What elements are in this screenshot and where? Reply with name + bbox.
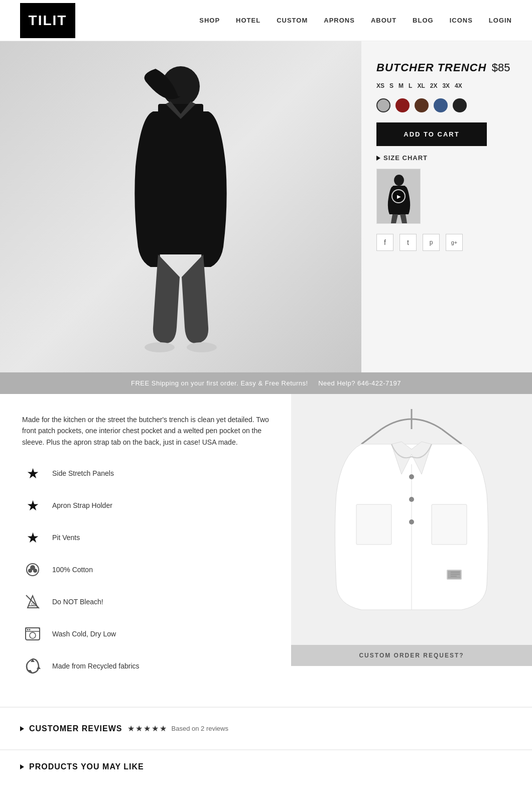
- feature-text: 100% Cotton: [52, 566, 93, 574]
- wash-icon: [22, 623, 43, 644]
- size-btn-xs[interactable]: XS: [376, 81, 384, 90]
- size-btn-3x[interactable]: 3X: [442, 81, 450, 90]
- feature-text: Do NOT Bleach!: [52, 598, 103, 606]
- star-icon: ★: [22, 495, 43, 516]
- feature-item: cl Do NOT Bleach!: [22, 591, 269, 612]
- nav-item-blog[interactable]: BLOG: [413, 17, 434, 24]
- details-wrapper: Made for the kitchen or the street the b…: [0, 394, 532, 707]
- star-icon: ★: [22, 463, 43, 484]
- size-btn-xl[interactable]: XL: [417, 81, 425, 90]
- reviews-toggle[interactable]: CUSTOMER REVIEWS ★ ★ ★ ★ ★ Based on 2 re…: [20, 720, 512, 737]
- feature-list: ★Side Stretch Panels★Apron Strap Holder★…: [22, 463, 269, 677]
- svg-rect-23: [356, 504, 391, 545]
- feature-text: Apron Strap Holder: [52, 501, 112, 509]
- recycle-icon: [22, 655, 43, 677]
- svg-point-17: [27, 629, 29, 630]
- product-name: BUTCHER TRENCH: [376, 61, 486, 74]
- color-swatch-black[interactable]: [453, 98, 467, 112]
- color-swatch-silver[interactable]: [376, 98, 390, 112]
- feature-text: Wash Cold, Dry Low: [52, 630, 116, 638]
- svg-point-5: [394, 175, 404, 186]
- facebook-icon[interactable]: f: [376, 234, 393, 251]
- color-swatch-red[interactable]: [395, 98, 410, 112]
- size-btn-l[interactable]: L: [409, 81, 412, 90]
- reviews-stars: ★ ★ ★ ★ ★: [127, 724, 167, 733]
- svg-point-18: [29, 629, 31, 630]
- reviews-title: CUSTOMER REVIEWS: [29, 724, 122, 733]
- main-nav: SHOPHOTELCUSTOMAPRONSABOUTBLOGICONSLOGIN: [199, 17, 512, 24]
- color-options: [376, 98, 517, 112]
- details-left: Made for the kitchen or the street the b…: [0, 394, 291, 707]
- product-image-area: [0, 41, 361, 372]
- svg-point-26: [409, 474, 414, 479]
- size-btn-2x[interactable]: 2X: [430, 81, 438, 90]
- products-toggle[interactable]: PRODUCTS YOU MAY LIKE: [20, 758, 512, 775]
- svg-point-27: [409, 497, 414, 502]
- size-btn-4x[interactable]: 4X: [455, 81, 462, 90]
- custom-order-bar[interactable]: CUSTOM ORDER REQUEST?: [291, 645, 532, 666]
- product-thumbnail[interactable]: ▶: [376, 169, 421, 224]
- color-swatch-blue[interactable]: [434, 98, 448, 112]
- site-header: TILIT SHOPHOTELCUSTOMAPRONSABOUTBLOGICON…: [0, 0, 532, 41]
- product-main-image: [0, 41, 361, 372]
- shipping-text-1: FREE Shipping on your first order. Easy …: [131, 379, 308, 387]
- add-to-cart-button[interactable]: ADD TO CART: [376, 122, 487, 146]
- product-image-svg: [100, 46, 261, 357]
- svg-rect-1: [158, 104, 203, 254]
- no-bleach-icon: cl: [22, 591, 43, 612]
- feature-text: Made from Recycled fabrics: [52, 662, 140, 670]
- size-btn-s[interactable]: S: [389, 81, 393, 90]
- shipping-banner: FREE Shipping on your first order. Easy …: [0, 372, 532, 394]
- product-price: $85: [492, 61, 510, 74]
- size-btn-m[interactable]: M: [398, 81, 404, 90]
- nav-item-shop[interactable]: SHOP: [199, 17, 220, 24]
- color-swatch-brown[interactable]: [415, 98, 429, 112]
- feature-item: Made from Recycled fabrics: [22, 655, 269, 677]
- reviews-chevron-icon: [20, 726, 24, 731]
- products-chevron-icon: [20, 764, 24, 769]
- reviews-section: CUSTOMER REVIEWS ★ ★ ★ ★ ★ Based on 2 re…: [0, 707, 532, 749]
- feature-text: Side Stretch Panels: [52, 469, 114, 477]
- logo-text: TILIT: [29, 13, 67, 29]
- cotton-icon: [22, 559, 43, 580]
- products-title: PRODUCTS YOU MAY LIKE: [29, 762, 144, 771]
- nav-item-hotel[interactable]: HOTEL: [236, 17, 260, 24]
- nav-item-aprons[interactable]: APRONS: [324, 17, 355, 24]
- product-section: BUTCHER TRENCH $85 XSSMLXL2X3X4X ADD TO …: [0, 41, 532, 372]
- pinterest-icon[interactable]: p: [423, 234, 440, 251]
- nav-item-about[interactable]: ABOUT: [371, 17, 396, 24]
- svg-point-16: [30, 632, 36, 638]
- feature-item: ★Apron Strap Holder: [22, 495, 269, 516]
- feature-item: ★Pit Vents: [22, 527, 269, 548]
- nav-item-login[interactable]: LOGIN: [489, 17, 512, 24]
- product-detail-svg: [291, 394, 532, 645]
- reviews-count: Based on 2 reviews: [172, 725, 228, 732]
- play-button[interactable]: ▶: [391, 189, 406, 203]
- social-icons: f t p g+: [376, 234, 517, 251]
- chevron-right-icon: [376, 156, 380, 161]
- nav-item-custom[interactable]: CUSTOM: [277, 17, 308, 24]
- feature-item: 100% Cotton: [22, 559, 269, 580]
- twitter-icon[interactable]: t: [400, 234, 417, 251]
- svg-rect-30: [448, 571, 461, 579]
- custom-order-label: CUSTOM ORDER REQUEST?: [359, 652, 464, 659]
- star-icon: ★: [22, 527, 43, 548]
- products-section: PRODUCTS YOU MAY LIKE: [0, 749, 532, 790]
- svg-point-9: [28, 569, 32, 573]
- size-chart-link[interactable]: SIZE CHART: [376, 154, 517, 162]
- product-detail-image: [291, 394, 532, 645]
- logo[interactable]: TILIT: [20, 3, 75, 38]
- svg-point-10: [33, 569, 37, 573]
- svg-point-2: [145, 342, 175, 352]
- feature-item: ★Side Stretch Panels: [22, 463, 269, 484]
- details-right: CUSTOM ORDER REQUEST?: [291, 394, 532, 707]
- feature-item: Wash Cold, Dry Low: [22, 623, 269, 644]
- svg-point-3: [187, 342, 217, 352]
- googleplus-icon[interactable]: g+: [446, 234, 463, 251]
- size-options: XSSMLXL2X3X4X: [376, 81, 517, 90]
- nav-item-icons[interactable]: ICONS: [450, 17, 473, 24]
- product-info: BUTCHER TRENCH $85 XSSMLXL2X3X4X ADD TO …: [361, 41, 532, 372]
- feature-text: Pit Vents: [52, 534, 80, 542]
- product-title-row: BUTCHER TRENCH $85: [376, 61, 517, 74]
- svg-rect-24: [432, 504, 467, 545]
